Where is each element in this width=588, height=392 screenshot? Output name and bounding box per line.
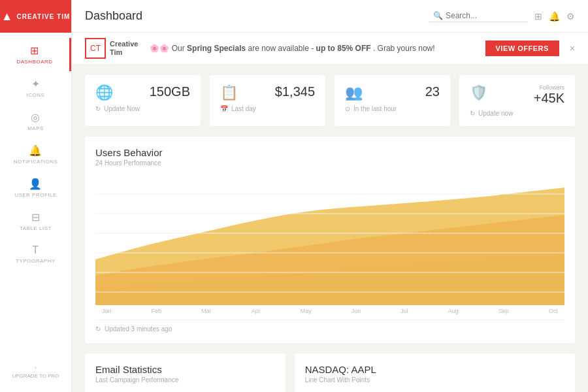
settings-header-button[interactable]: ⚙: [566, 11, 575, 22]
nasdaq-card: NASDAQ: AAPL Line Chart With Points: [295, 353, 575, 392]
grid-icon-button[interactable]: ⊞: [534, 11, 542, 22]
chart-updated-text: Updated 3 minutes ago: [105, 325, 172, 333]
storage-update-icon: ↻: [95, 105, 101, 112]
revenue-update-text: Last day: [231, 105, 256, 112]
sidebar-item-icons[interactable]: ✦ ICONS: [0, 71, 71, 105]
nasdaq-title: NASDAQ: AAPL: [305, 364, 564, 375]
followers-label: Followers: [534, 84, 564, 91]
stat-card-storage: 🌐 150GB ↻ Update Now: [85, 75, 201, 126]
sidebar-label-user-profile: USER PROFILE: [14, 192, 57, 198]
notifications-icon: 🔔: [29, 144, 42, 157]
table-list-icon: ⊟: [31, 211, 41, 223]
revenue-update-icon: 📅: [220, 105, 228, 112]
banner-logo-box: CT: [85, 38, 106, 59]
refresh-icon: ↻: [95, 325, 101, 333]
chart-title: Users Behavior: [95, 147, 564, 158]
sidebar: ▲ CREATIVE TIM ⊞ DASHBOARD ✦ ICONS ◎ MAP…: [0, 0, 72, 392]
sidebar-item-typography[interactable]: T TYPOGRAPHY: [0, 238, 71, 270]
followers-update-icon: ↻: [470, 110, 475, 117]
storage-icon: 🌐: [95, 84, 113, 101]
users-behavior-chart: Users Behavior 24 Hours Performance: [85, 137, 575, 343]
storage-update-text: Update Now: [104, 105, 140, 112]
chart-x-labels: JanFebMar AprMayJun JulAugSep Oct: [95, 308, 564, 314]
sidebar-item-notifications[interactable]: 🔔 NOTIFICATIONS: [0, 138, 71, 171]
email-stats-card: Email Statistics Last Campaign Performan…: [85, 353, 286, 392]
followers-icon: 🛡️: [470, 84, 487, 101]
followers-value: +45K: [534, 91, 564, 105]
sidebar-label-icons: ICONS: [27, 92, 45, 98]
stat-card-followers: 🛡️ Followers +45K ↻ Update now: [459, 75, 575, 126]
banner-post-text: are now available -: [248, 44, 316, 53]
banner-text: 🌸🌸 Our Spring Specials are now available…: [150, 44, 473, 53]
errors-value: 23: [425, 84, 440, 99]
view-offers-button[interactable]: VIEW OFFERS: [485, 41, 559, 56]
user-profile-icon: 👤: [29, 178, 42, 190]
header: Dashboard 🔍 ⊞ 🔔 ⚙: [72, 0, 588, 33]
area-chart: [95, 174, 564, 305]
bottom-row: Email Statistics Last Campaign Performan…: [85, 353, 575, 392]
email-stats-subtitle: Last Campaign Performance: [95, 376, 275, 384]
banner-pre-text: Our: [172, 44, 187, 53]
search-container: 🔍: [429, 10, 528, 22]
banner-logo-text: Creative Tim: [110, 40, 138, 57]
storage-value: 150GB: [150, 84, 190, 99]
sidebar-logo-text: CREATIVE TIM: [17, 13, 71, 20]
sidebar-upgrade-button[interactable]: ↑ UPGRADE TO PRO: [5, 359, 65, 385]
search-input[interactable]: [446, 11, 524, 20]
sidebar-item-table-list[interactable]: ⊟ TABLE LIST: [0, 204, 71, 238]
dashboard-icon: ⊞: [30, 44, 39, 57]
search-icon: 🔍: [433, 11, 443, 20]
banner-end-text: . Grab yours now!: [373, 44, 435, 53]
sidebar-label-notifications: NOTIFICATIONS: [14, 159, 58, 165]
upgrade-label: UPGRADE TO PRO: [12, 373, 59, 379]
errors-update-icon: ⊙: [345, 105, 350, 112]
sidebar-nav: ⊞ DASHBOARD ✦ ICONS ◎ MAPS 🔔 NOTIFICATIO…: [0, 33, 71, 359]
sidebar-label-table-list: TABLE LIST: [20, 225, 52, 231]
banner-close-button[interactable]: ×: [570, 43, 575, 54]
sidebar-item-maps[interactable]: ◎ MAPS: [0, 105, 71, 138]
sidebar-label-dashboard: DASHBOARD: [16, 59, 52, 65]
chart-subtitle: 24 Hours Performance: [95, 159, 564, 167]
followers-update-text: Update now: [478, 110, 513, 117]
nasdaq-subtitle: Line Chart With Points: [305, 376, 564, 384]
sidebar-item-user-profile[interactable]: 👤 USER PROFILE: [0, 171, 71, 204]
banner-emoji: 🌸🌸: [150, 44, 169, 53]
revenue-icon: 📋: [220, 84, 238, 101]
banner-bold-text: up to 85% OFF: [316, 44, 371, 53]
header-actions: ⊞ 🔔 ⚙: [534, 11, 575, 22]
errors-update-text: In the last hour: [353, 105, 397, 112]
chart-footer: ↻ Updated 3 minutes ago: [95, 319, 564, 333]
page-title: Dashboard: [85, 9, 429, 23]
area-chart-svg: [95, 174, 564, 305]
main-content: Dashboard 🔍 ⊞ 🔔 ⚙ CT Creative Tim 🌸🌸 Our…: [72, 0, 588, 392]
stat-card-revenue: 📋 $1,345 📅 Last day: [210, 75, 325, 126]
upgrade-icon: ↑: [34, 365, 37, 371]
sidebar-label-typography: TYPOGRAPHY: [16, 258, 56, 264]
icons-icon: ✦: [31, 78, 41, 90]
revenue-value: $1,345: [275, 84, 315, 99]
typography-icon: T: [32, 244, 39, 256]
notifications-header-button[interactable]: 🔔: [549, 11, 560, 22]
content-area: 🌐 150GB ↻ Update Now 📋 $1,345 📅 Last day: [72, 65, 588, 392]
sidebar-label-maps: MAPS: [27, 125, 44, 131]
sidebar-item-dashboard[interactable]: ⊞ DASHBOARD: [0, 38, 71, 71]
stats-row: 🌐 150GB ↻ Update Now 📋 $1,345 📅 Last day: [85, 75, 575, 126]
logo-icon: ▲: [1, 10, 13, 24]
maps-icon: ◎: [31, 111, 41, 123]
banner-logo: CT Creative Tim: [85, 38, 138, 59]
sidebar-logo[interactable]: ▲ CREATIVE TIM: [0, 0, 71, 33]
promo-banner: CT Creative Tim 🌸🌸 Our Spring Specials a…: [72, 33, 588, 65]
email-stats-title: Email Statistics: [95, 364, 275, 375]
banner-highlight: Spring Specials: [187, 44, 246, 53]
stat-card-errors: 👥 23 ⊙ In the last hour: [335, 75, 450, 126]
errors-icon: 👥: [345, 84, 363, 101]
